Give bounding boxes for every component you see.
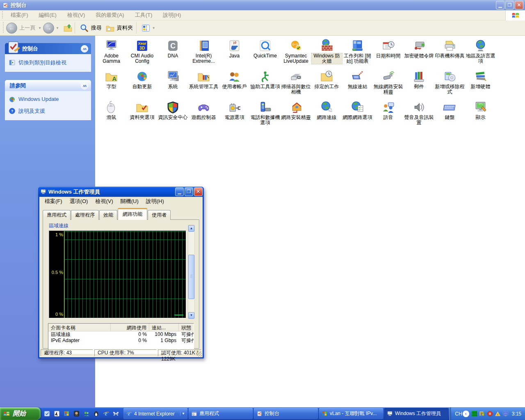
cp-item-11[interactable]: 印表機和傳真: [434, 38, 465, 69]
menu-item-1[interactable]: 編輯(E): [34, 11, 62, 19]
group-dropdown-icon[interactable]: ▼: [180, 412, 186, 415]
sidebar-link-0-0[interactable]: 切換到類別目錄檢視: [9, 59, 88, 66]
cp-item-26[interactable]: 滑鼠: [96, 100, 127, 130]
blue-app-icon[interactable]: [43, 410, 50, 417]
tm-menu-item-1[interactable]: 選項(O): [66, 198, 92, 205]
cp-item-0[interactable]: Adobe Gamma: [96, 38, 127, 69]
column-header-3[interactable]: 狀態: [179, 324, 194, 331]
cp-item-5[interactable]: QuickTime: [250, 38, 281, 69]
tray-chevron-icon[interactable]: ‹: [463, 411, 469, 417]
display-settings-icon[interactable]: [502, 411, 509, 417]
folders-label[interactable]: 資料夾: [117, 24, 133, 32]
menu-item-4[interactable]: 工具(T): [130, 11, 158, 19]
language-indicator[interactable]: CH: [455, 411, 462, 417]
tm-maximize-button[interactable]: ❐: [185, 187, 193, 196]
cp-item-19[interactable]: 掃描器與數位相機: [281, 69, 311, 100]
back-label[interactable]: 上一頁: [19, 24, 35, 32]
graph-scrollbar[interactable]: ▲ ▼: [188, 225, 195, 319]
cp-item-18[interactable]: 協助工具選項: [250, 69, 281, 100]
taskbar-button-2[interactable]: 控制台: [254, 408, 318, 419]
table-row-0[interactable]: 區域連線0 %100 Mbps可操作的: [48, 331, 194, 338]
tab-處理程序[interactable]: 處理程序: [71, 210, 99, 220]
column-header-0[interactable]: 介面卡名稱: [48, 324, 111, 331]
up-folder-icon[interactable]: [63, 23, 73, 33]
column-header-1[interactable]: 網路使用: [111, 324, 149, 331]
menu-item-0[interactable]: 檔案(F): [5, 11, 34, 19]
search-icon[interactable]: [80, 23, 89, 33]
views-icon[interactable]: [141, 23, 151, 33]
back-dropdown[interactable]: ▼: [38, 26, 41, 30]
cp-item-29[interactable]: 遊戲控制器: [188, 100, 219, 130]
cp-item-6[interactable]: Symantec LiveUpdate: [281, 38, 311, 69]
taskbar-button-1[interactable]: 應用程式: [189, 408, 253, 419]
sidebar-panel-header-1[interactable]: 請參閱ʌʌ: [5, 80, 91, 91]
close-button[interactable]: ✕: [515, 1, 523, 9]
messenger-icon[interactable]: [83, 410, 90, 417]
views-dropdown[interactable]: ▼: [152, 26, 155, 30]
sidebar-link-1-1[interactable]: ?說明及支援: [9, 107, 88, 115]
cp-item-36[interactable]: 聲音及音訊裝置: [404, 100, 434, 130]
cp-item-24[interactable]: 新增或移除程式: [434, 69, 465, 100]
scrollbar-thumb[interactable]: [188, 255, 194, 299]
msn-butterfly-icon[interactable]: [112, 410, 119, 417]
cp-item-30[interactable]: 電源選項: [219, 100, 250, 130]
tab-使用者[interactable]: 使用者: [148, 210, 171, 220]
minimize-button[interactable]: ▁: [496, 1, 504, 9]
internet-explorer-icon[interactable]: e: [103, 410, 110, 417]
tab-效能[interactable]: 效能: [99, 210, 117, 220]
warning-icon[interactable]: !: [495, 411, 501, 417]
table-row-1[interactable]: IPvE Adapter0 %1 Gbps可操作的: [48, 338, 194, 344]
cp-item-37[interactable]: 鍵盤: [434, 100, 465, 130]
menu-item-5[interactable]: 說明(H): [158, 11, 186, 19]
menubar-grip[interactable]: [2, 11, 4, 19]
tm-minimize-button[interactable]: ▁: [175, 187, 184, 196]
column-header-2[interactable]: 連結...: [149, 324, 179, 331]
cp-item-23[interactable]: 郵件: [404, 69, 434, 100]
search-label[interactable]: 搜尋: [91, 24, 102, 32]
cp-item-14[interactable]: 自動更新: [127, 69, 158, 100]
cp-item-13[interactable]: A字型: [96, 69, 127, 100]
cp-item-2[interactable]: CDNA: [158, 38, 188, 69]
scroll-down-arrow[interactable]: ▼: [188, 312, 194, 319]
cp-item-31[interactable]: 電話和數據機選項: [250, 100, 281, 130]
taskbar-button-4[interactable]: Windows 工作管理員: [384, 408, 448, 419]
sidebar-link-1-0[interactable]: Windows Update: [9, 96, 88, 103]
cp-item-28[interactable]: 資訊安全中心: [158, 100, 188, 130]
grid-app-icon[interactable]: [63, 410, 70, 417]
cp-item-25[interactable]: 新增硬體: [465, 69, 496, 100]
task-manager-titlebar[interactable]: Windows 工作管理員 ▁ ❐ ✕: [38, 187, 204, 197]
start-button[interactable]: 開始: [0, 407, 41, 420]
cp-item-1[interactable]: Xear3DCMI Audio Config: [127, 38, 158, 69]
restore-button[interactable]: ❐: [505, 1, 514, 9]
cp-item-3[interactable]: Intel(R) Extreme...: [188, 38, 219, 69]
cp-item-27[interactable]: 資料夾選項: [127, 100, 158, 130]
network-activity-icon[interactable]: [471, 411, 477, 417]
control-panel-titlebar[interactable]: 控制台 ▁ ❐ ✕: [0, 0, 525, 10]
menu-item-3[interactable]: 我的最愛(A): [90, 11, 129, 19]
cp-item-4[interactable]: Java: [219, 38, 250, 69]
cp-item-32[interactable]: 網路安裝精靈: [281, 100, 311, 130]
tm-menu-item-3[interactable]: 關機(U): [117, 198, 142, 205]
tab-網路功能[interactable]: 網路功能: [118, 208, 147, 220]
taskbar-button-3[interactable]: vLan - 互聯對戰 IPv...: [319, 408, 383, 419]
folders-icon[interactable]: [105, 23, 115, 33]
cp-item-9[interactable]: 日期和時間: [373, 38, 404, 69]
forward-dropdown[interactable]: ▼: [56, 26, 59, 30]
cp-item-12[interactable]: 地區及語言選項: [465, 38, 496, 69]
scroll-up-arrow[interactable]: ▲: [188, 225, 194, 232]
cp-item-17[interactable]: 使用者帳戶: [219, 69, 250, 100]
cp-item-16[interactable]: 系統管理工具: [188, 69, 219, 100]
penguin-icon[interactable]: [93, 410, 100, 417]
back-button[interactable]: ←: [6, 23, 17, 34]
cp-item-8[interactable]: 工作列和 [開始] 功能表: [342, 38, 373, 69]
resize-grip[interactable]: [197, 352, 202, 356]
game-icon[interactable]: [53, 410, 60, 417]
cp-item-35[interactable]: 語音: [373, 100, 404, 130]
taskbar-button-0[interactable]: e4 Internet Explorer▼: [123, 408, 187, 419]
chevron-up-icon[interactable]: ʌʌ: [81, 45, 88, 52]
tm-menu-item-0[interactable]: 檔案(F): [41, 198, 66, 205]
cp-item-7[interactable]: Windows 防火牆: [311, 38, 342, 69]
forward-button[interactable]: →: [43, 23, 54, 34]
cp-item-38[interactable]: 顯示: [465, 100, 496, 130]
tm-close-button[interactable]: ✕: [194, 187, 203, 196]
